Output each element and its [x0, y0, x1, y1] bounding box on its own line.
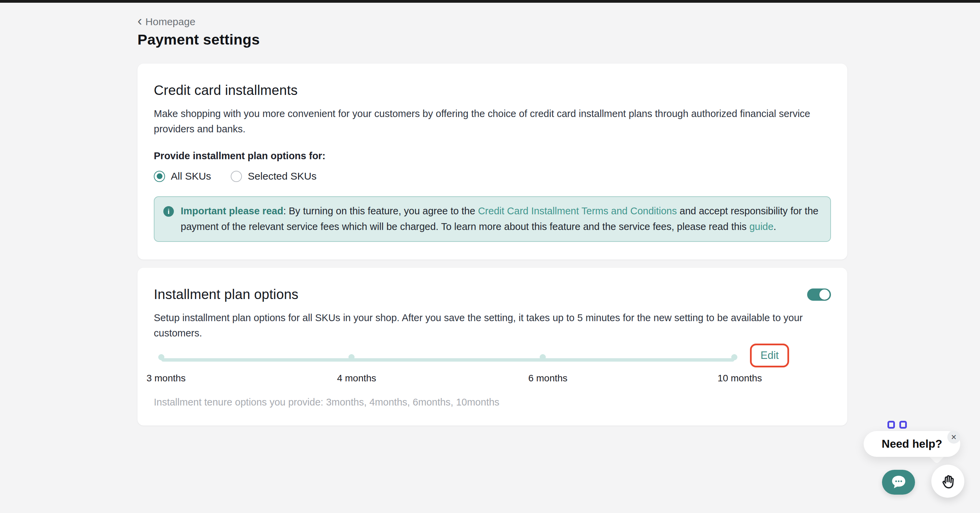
sku-radio-group: All SKUs Selected SKUs — [154, 170, 831, 182]
alert-segment: . — [773, 221, 776, 232]
installment-plan-options-card: Installment plan options Setup installme… — [137, 268, 847, 426]
radio-selected-skus[interactable]: Selected SKUs — [231, 170, 317, 182]
important-info-alert: i Important please read: By turning on t… — [154, 196, 831, 242]
edit-button-highlight[interactable]: Edit — [750, 344, 789, 367]
alert-text: Important please read: By turning on thi… — [181, 203, 820, 234]
info-icon: i — [163, 206, 174, 217]
guide-link[interactable]: guide — [749, 221, 773, 232]
card-header-row: Installment plan options — [154, 287, 831, 302]
slider-label-4-months: 4 months — [337, 373, 376, 384]
installment-toggle-on[interactable] — [807, 289, 831, 301]
credit-card-installments-card: Credit card installments Make shopping w… — [137, 64, 847, 260]
slider-track — [161, 358, 734, 362]
slider-dot-3-months[interactable] — [158, 354, 164, 360]
slider-labels-row: 3 months 4 months 6 months 10 months — [154, 373, 831, 385]
radio-all-skus[interactable]: All SKUs — [154, 170, 211, 182]
close-help-bubble-button[interactable]: × — [947, 431, 960, 444]
hand-cursor-indicator — [931, 465, 964, 498]
slider-dot-4-months[interactable] — [348, 354, 355, 360]
toggle-knob — [819, 289, 830, 300]
terms-and-conditions-link[interactable]: Credit Card Installment Terms and Condit… — [478, 205, 677, 216]
breadcrumb[interactable]: ‹ Homepage — [137, 16, 195, 28]
tenure-slider: Edit — [154, 352, 831, 368]
card-heading: Installment plan options — [154, 287, 298, 302]
chat-support-button[interactable] — [882, 470, 915, 495]
alert-segment: : By turning on this feature, you agree … — [283, 205, 478, 216]
slider-label-10-months: 10 months — [718, 373, 762, 384]
chevron-left-icon: ‹ — [137, 14, 142, 27]
radio-selected-icon[interactable] — [154, 171, 165, 182]
provide-options-label: Provide installment plan options for: — [154, 150, 831, 162]
alert-bold-lead: Important please read — [181, 205, 283, 216]
need-help-bubble[interactable]: Need help? — [864, 431, 960, 457]
slider-dot-10-months[interactable] — [731, 354, 737, 360]
extension-squares-icon — [888, 421, 907, 429]
card-heading: Credit card installments — [154, 83, 831, 98]
slider-label-6-months: 6 months — [528, 373, 567, 384]
radio-unselected-icon[interactable] — [231, 171, 242, 182]
edit-button[interactable]: Edit — [760, 349, 778, 362]
card-description: Setup installment plan options for all S… — [154, 310, 827, 341]
purple-square-icon — [888, 421, 895, 429]
top-black-bar — [0, 0, 980, 3]
slider-dot-6-months[interactable] — [540, 354, 546, 360]
close-icon: × — [951, 432, 956, 443]
hand-icon — [939, 472, 958, 491]
main-content: ‹ Homepage Payment settings Credit card … — [137, 3, 847, 426]
page-title: Payment settings — [137, 31, 847, 48]
chat-bubble-icon — [889, 473, 908, 492]
tenure-note: Installment tenure options you provide: … — [154, 397, 831, 408]
slider-label-3-months: 3 months — [146, 373, 185, 384]
purple-square-icon — [899, 421, 907, 429]
need-help-text: Need help? — [882, 437, 942, 450]
breadcrumb-label: Homepage — [145, 16, 195, 27]
card-description: Make shopping with you more convenient f… — [154, 106, 827, 137]
